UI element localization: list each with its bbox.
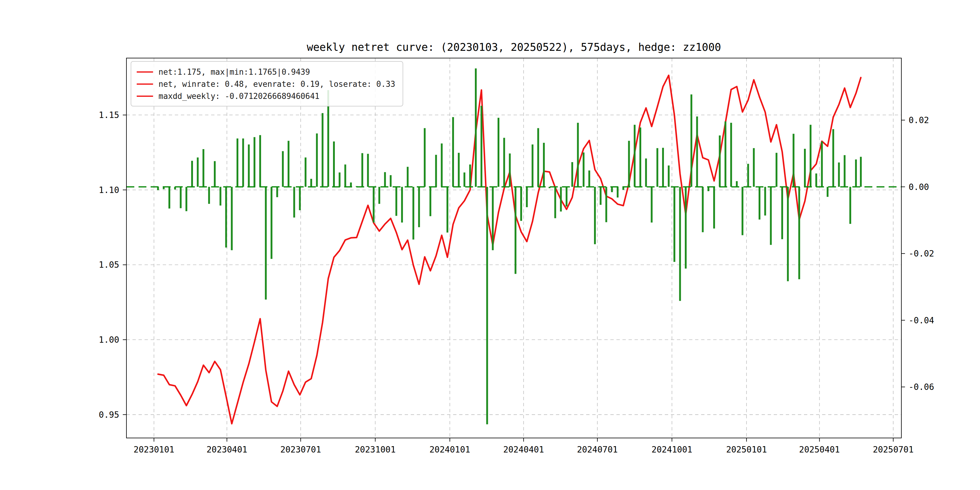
weekly-return-bar <box>361 153 363 187</box>
x-axis-tick-label: 20250701 <box>873 445 914 455</box>
x-axis-tick-label: 20230701 <box>280 445 321 455</box>
weekly-return-bar <box>492 187 494 250</box>
left-axis-tick-label: 1.10 <box>99 185 119 195</box>
weekly-return-bar <box>736 181 738 187</box>
weekly-return-bar <box>543 143 545 187</box>
weekly-return-bar <box>719 135 721 187</box>
weekly-return-bar <box>600 187 601 205</box>
weekly-return-bar <box>594 187 596 244</box>
weekly-return-bars <box>157 68 862 424</box>
weekly-return-bar <box>628 141 630 187</box>
weekly-return-bar <box>486 187 488 424</box>
weekly-return-bar <box>668 165 670 187</box>
weekly-return-bar <box>617 187 619 197</box>
weekly-return-bar <box>265 187 267 300</box>
weekly-return-bar <box>640 127 641 187</box>
weekly-return-bar <box>532 145 533 187</box>
weekly-return-bar <box>293 187 295 218</box>
weekly-return-bar <box>231 187 232 250</box>
x-axis-tick-label: 20231001 <box>355 445 396 455</box>
weekly-return-bar <box>447 187 448 232</box>
red-line-swatch-icon <box>137 72 153 73</box>
weekly-return-bar <box>605 187 607 222</box>
weekly-return-bar <box>827 187 829 197</box>
weekly-return-bar <box>367 154 369 187</box>
axes-layer: 0.951.001.051.101.150.020.00-0.02-0.04-0… <box>99 58 934 455</box>
weekly-return-bar <box>253 137 255 187</box>
weekly-return-bar <box>271 187 272 259</box>
weekly-return-bar <box>180 187 181 208</box>
weekly-return-bar <box>690 94 692 187</box>
weekly-return-bar <box>645 159 647 187</box>
weekly-return-bar <box>702 187 703 232</box>
weekly-return-bar <box>776 153 777 187</box>
weekly-return-bar <box>305 158 306 187</box>
weekly-return-bar <box>412 187 414 240</box>
weekly-return-bar <box>781 187 783 239</box>
weekly-return-bar <box>248 145 250 187</box>
weekly-return-bar <box>651 187 653 223</box>
weekly-return-bar <box>832 129 834 187</box>
weekly-return-bar <box>843 155 845 187</box>
weekly-return-bar <box>424 128 426 187</box>
weekly-return-bar <box>169 187 170 209</box>
weekly-return-bar <box>741 187 743 235</box>
weekly-return-bar <box>577 123 579 187</box>
weekly-return-bar <box>345 165 346 187</box>
weekly-return-bar <box>418 187 420 227</box>
weekly-return-bar <box>708 187 709 191</box>
weekly-return-bar <box>860 157 862 187</box>
weekly-return-bar <box>753 148 755 187</box>
weekly-return-bar <box>203 149 204 187</box>
weekly-return-bar <box>220 187 221 206</box>
legend-entry-label: net, winrate: 0.48, evenrate: 0.19, lose… <box>159 80 395 89</box>
weekly-return-bar <box>395 187 397 216</box>
weekly-return-bar <box>197 158 199 187</box>
weekly-return-bar <box>537 128 539 187</box>
weekly-return-bar <box>441 143 442 187</box>
weekly-return-bar <box>662 148 664 187</box>
weekly-return-bar <box>463 172 465 187</box>
weekly-return-bar <box>321 113 323 187</box>
weekly-return-bar <box>237 138 239 187</box>
weekly-return-bar <box>214 161 216 187</box>
weekly-return-bar <box>475 68 477 187</box>
weekly-return-bar <box>299 187 301 210</box>
weekly-return-bar <box>498 118 500 187</box>
weekly-return-bar <box>611 187 613 192</box>
weekly-return-bar <box>656 148 658 187</box>
red-line-swatch-icon <box>137 83 153 85</box>
x-axis-tick-label: 20240401 <box>503 445 544 455</box>
x-axis-tick-label: 20241001 <box>652 445 692 455</box>
weekly-return-bar <box>759 187 760 220</box>
weekly-return-bar <box>282 151 284 187</box>
weekly-return-bar <box>276 187 278 197</box>
left-axis-tick-label: 0.95 <box>99 410 119 420</box>
legend-entry-winrate: net, winrate: 0.48, evenrate: 0.19, lose… <box>137 78 395 90</box>
weekly-return-bar <box>798 187 800 280</box>
weekly-return-bar <box>259 135 261 187</box>
left-axis-tick-label: 1.05 <box>99 260 119 270</box>
x-axis-tick-label: 20230401 <box>207 445 247 455</box>
weekly-return-bar <box>333 142 335 187</box>
weekly-return-bar <box>509 153 511 187</box>
weekly-return-bar <box>242 138 244 187</box>
weekly-return-bar <box>724 122 726 187</box>
chart-canvas: weekly netret curve: (20230103, 20250522… <box>0 0 980 490</box>
legend-box: net:1.175, max|min:1.1765|0.9439 net, wi… <box>130 61 403 107</box>
weekly-return-bar <box>634 125 635 187</box>
weekly-return-bar <box>452 117 454 187</box>
weekly-return-bar <box>815 173 817 187</box>
x-axis-tick-label: 20240101 <box>430 445 470 455</box>
weekly-return-bar <box>480 106 482 187</box>
weekly-return-bar <box>855 159 857 187</box>
weekly-return-bar <box>435 155 437 187</box>
x-axis-tick-label: 20250101 <box>726 445 767 455</box>
weekly-return-bar <box>225 187 227 248</box>
legend-entry-label: maxdd_weekly: -0.07120266689460641 <box>159 92 320 101</box>
weekly-return-bar <box>764 187 766 216</box>
weekly-return-bar <box>514 187 516 274</box>
grid-lines <box>126 58 901 438</box>
x-axis-tick-label: 20230101 <box>134 445 175 455</box>
weekly-return-bar <box>588 170 590 187</box>
